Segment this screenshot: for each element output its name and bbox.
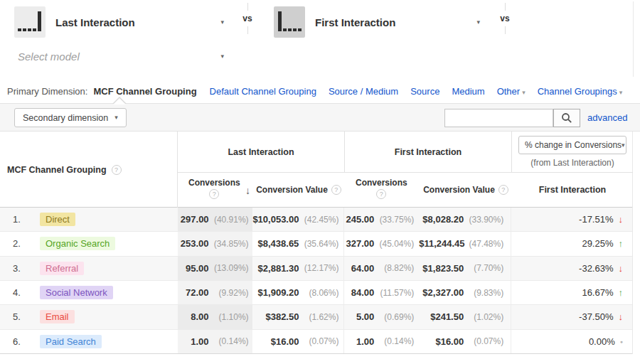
fi-conversion-value-cell: $8,028.20 (33.90%) [419,208,511,231]
fi-conversion-value-cell: $2,327.00 (9.83%) [419,281,511,304]
conversions-percent: (13.09%) [209,263,249,273]
conversions-value: 1.00 [356,336,374,347]
row-rank: 2. [13,238,28,249]
chevron-down-icon: ▾ [522,89,526,96]
conversion-value-percent: (35.64%) [299,239,338,249]
percent-change-cell: -37.50% ↓ [511,305,632,328]
channel-label: Social Network [40,286,113,299]
column-header-li-conversions[interactable]: Conversions ? ↓ [178,173,252,207]
fi-conversion-value-cell: $16.00 (0.07%) [419,330,511,353]
dimension-tab-source[interactable]: Source [410,86,439,97]
table-row: 4. Social Network 72.00 (9.92%) $1,909.2… [0,281,632,305]
dimension-tab-default-channel-grouping[interactable]: Default Channel Grouping [210,86,316,97]
table-row: 2. Organic Search 253.00 (34.85%) $8,438… [0,232,632,256]
dimension-tab-channel-groupings[interactable]: Channel Groupings▾ [538,86,623,97]
fi-conversion-value-cell: $11,244.45 (47.48%) [419,232,511,255]
li-conversion-value-cell: $382.50 (1.62%) [252,305,345,328]
help-icon[interactable]: ? [112,165,122,175]
li-conversions-cell: 95.00 (13.09%) [178,257,252,280]
conversions-percent: (0.14%) [209,336,249,346]
conversions-percent: (0.69%) [374,312,414,322]
search-icon [561,112,572,124]
model-selector-last-interaction[interactable]: Last Interaction ▾ [14,6,224,38]
li-conversions-cell: 72.00 (9.92%) [178,281,252,304]
conversion-value: $1,823.50 [422,263,464,274]
li-conversion-value-cell: $8,438.65 (35.64%) [252,232,345,255]
li-conversions-cell: 253.00 (34.85%) [178,232,252,255]
channel-cell: 3. Referral [0,257,178,280]
conversions-value: 8.00 [191,311,208,322]
change-metric-note: (from Last Interaction) [512,158,633,168]
channel-cell: 6. Paid Search [0,330,178,353]
conversion-value: $382.50 [265,311,299,322]
fi-conversions-cell: 84.00 (11.57%) [344,281,419,304]
conversion-value-percent: (1.02%) [464,312,503,322]
channel-label: Direct [40,213,75,226]
model-comparison-bar: Last Interaction ▾ vs First Interaction … [0,0,640,80]
group-header-label: Last Interaction [228,147,294,157]
sort-descending-icon[interactable]: ↓ [245,185,250,196]
help-icon[interactable]: ? [498,185,508,195]
search-button[interactable] [553,109,580,127]
conversion-value: $1,909.20 [258,287,299,298]
column-header-li-conversion-value[interactable]: Conversion Value ? [252,173,345,207]
percent-change-value: -17.51% [579,214,613,225]
dimension-tab-source-medium[interactable]: Source / Medium [329,86,398,97]
primary-dimension-label: Primary Dimension: [7,86,87,97]
channel-cell: 5. Email [0,305,178,328]
chevron-down-icon: ▾ [619,89,623,96]
column-label: Conversion Value [256,185,328,195]
trend-icon: ↑ [619,288,624,297]
conversion-value: $2,327.00 [422,287,464,298]
li-conversion-value-cell: $2,881.30 (12.17%) [252,257,345,280]
percent-change-value: 29.25% [582,238,613,249]
mcf-comparison-table: MCF Channel Grouping ? Last Interaction … [0,132,633,354]
model-label: Last Interaction [55,16,135,28]
help-icon[interactable]: ? [376,189,386,199]
dimension-tab-channel-groupings-label: Channel Groupings [538,86,617,97]
chevron-down-icon: ▾ [220,53,224,60]
help-icon[interactable]: ? [209,189,219,199]
dimension-tab-other-label: Other [497,86,521,97]
conversion-value: $16.00 [435,336,464,347]
divider [505,26,506,34]
dimension-tab-other[interactable]: Other▾ [497,86,526,97]
row-rank: 5. [13,311,28,322]
percent-change-cell: -32.63% ↓ [511,257,632,280]
column-header-fi-conversions[interactable]: Conversions ? [345,173,420,207]
search-input[interactable] [444,109,553,127]
conversions-percent: (9.92%) [209,288,249,298]
conversions-value: 297.00 [181,214,209,225]
channel-label: Organic Search [40,237,115,250]
table-header: MCF Channel Grouping ? Last Interaction … [0,132,632,208]
fi-conversions-cell: 327.00 (45.04%) [344,232,419,255]
advanced-search-link[interactable]: advanced [587,112,627,123]
conversion-value-percent: (12.17%) [299,263,338,273]
fi-conversions-cell: 64.00 (8.82%) [344,257,419,280]
conversion-value-percent: (0.07%) [464,336,503,346]
conversions-value: 245.00 [346,214,375,225]
model-selector-first-interaction[interactable]: First Interaction ▾ [274,6,480,38]
secondary-dimension-button[interactable]: Secondary dimension ▾ [14,108,127,127]
column-label: Conversion Value [423,185,495,195]
conversions-value: 72.00 [186,287,209,298]
row-rank: 6. [13,336,28,347]
column-header-fi-conversion-value[interactable]: Conversion Value ? [420,173,512,207]
help-icon[interactable]: ? [331,185,341,195]
fi-conversion-value-cell: $241.50 (1.02%) [419,305,511,328]
change-metric-dropdown[interactable]: % change in Conversions ▾ [518,136,626,154]
group-header-label: First Interaction [395,147,462,157]
divider [505,3,506,11]
mcf-model-comparison-page: Last Interaction ▾ vs First Interaction … [0,0,640,364]
column-header-mcf-channel-grouping[interactable]: MCF Channel Grouping ? [0,132,178,208]
conversion-value: $8,438.65 [258,238,299,249]
dimension-tab-medium[interactable]: Medium [452,86,484,97]
conversion-value: $10,053.00 [252,214,299,225]
dimension-tab-mcf-channel-grouping[interactable]: MCF Channel Grouping [93,86,196,97]
row-rank: 3. [13,263,28,274]
conversion-value-percent: (0.07%) [299,336,338,346]
conversions-value: 5.00 [356,311,374,322]
select-model-dropdown[interactable]: Select model ▾ [18,46,224,67]
channel-cell: 4. Social Network [0,281,178,304]
fi-conversions-cell: 5.00 (0.69%) [344,305,419,328]
